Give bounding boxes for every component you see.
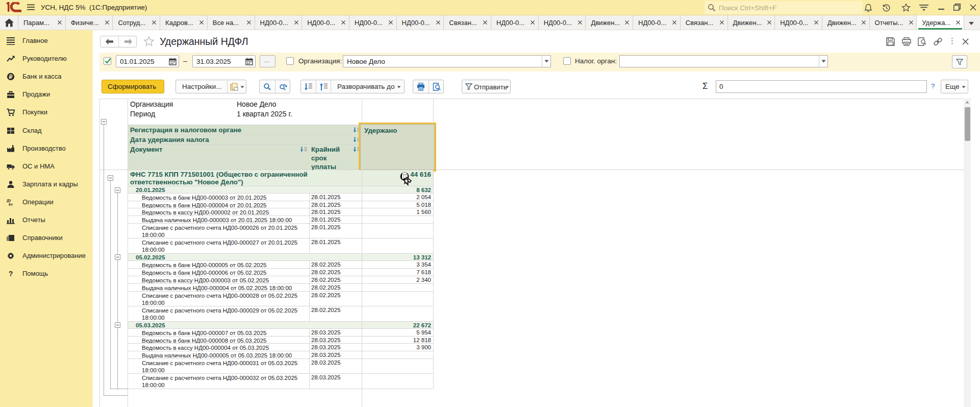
svg-text:Кт: Кт bbox=[9, 202, 13, 206]
svg-text:?: ? bbox=[9, 270, 13, 278]
svg-text:₽: ₽ bbox=[9, 74, 13, 80]
